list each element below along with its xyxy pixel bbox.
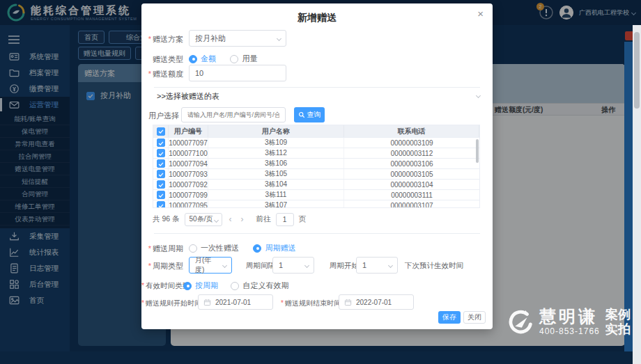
page-number-input[interactable] xyxy=(276,213,294,226)
type-field-label: 赠送类型 xyxy=(141,54,183,65)
user-id-cell: 1000077092 xyxy=(169,180,208,189)
user-phone-cell: 00000003104 xyxy=(344,180,479,189)
amount-input-wrap xyxy=(189,65,286,81)
user-id-cell: 1000077100 xyxy=(169,148,208,158)
amount-field-label: *赠送额度 xyxy=(141,69,183,79)
start-day-select[interactable]: 1 xyxy=(356,257,398,274)
search-icon xyxy=(298,111,305,118)
cycle-field-label: *赠送周期 xyxy=(141,244,183,254)
scrollbar-thumb[interactable] xyxy=(634,32,640,109)
radio-one-time[interactable] xyxy=(189,244,197,253)
watermark-phone: 400-853-1766 xyxy=(539,326,600,336)
user-id-cell: 1000077097 xyxy=(169,138,208,148)
close-icon[interactable]: × xyxy=(477,8,484,19)
user-phone-cell: 00000003107 xyxy=(344,200,479,207)
row-checkbox[interactable] xyxy=(157,191,165,199)
radio-amount[interactable] xyxy=(189,55,197,63)
column-user-id: 用户编号 xyxy=(169,125,208,137)
total-count: 共 96 条 xyxy=(153,214,180,224)
app-root: 能耗综合管理系统 ENERGY CONSUMPTION MANAGEMENT S… xyxy=(0,0,641,364)
pagination: 共 96 条 50条/页 ‹ › 前往 页 xyxy=(153,212,306,226)
chevron-down-icon xyxy=(213,217,218,222)
user-id-cell: 1000077094 xyxy=(169,159,208,168)
interval-select[interactable]: 1 xyxy=(272,257,314,274)
user-name-cell: 3栋107 xyxy=(208,200,344,207)
chevron-down-icon xyxy=(277,36,281,41)
table-scrollbar-thumb[interactable] xyxy=(476,139,479,163)
user-table-header: 用户编号 用户名称 联系电话 xyxy=(153,125,479,138)
column-user-name: 用户名称 xyxy=(208,125,344,137)
cycle-radio-group: 一次性赠送 周期赠送 xyxy=(189,242,295,254)
prev-page-button[interactable]: ‹ xyxy=(227,214,234,224)
table-row[interactable]: 10000770953栋10700000003107 xyxy=(153,200,479,207)
watermark: 慧明谦 400-853-1766 案例 实拍 xyxy=(503,306,631,338)
calendar-icon xyxy=(344,299,352,306)
plan-field-label: *赠送方案 xyxy=(141,34,183,45)
user-table-body: 10000770973栋1090000000310910000771003栋11… xyxy=(153,138,479,207)
row-checkbox[interactable] xyxy=(157,201,165,207)
watermark-brand: 慧明谦 xyxy=(539,308,600,325)
rule-start-label: *赠送规则开始时间 xyxy=(141,299,196,308)
modal-title: 新增赠送 xyxy=(141,12,493,24)
user-phone-cell: 00000003106 xyxy=(344,159,479,168)
row-checkbox[interactable] xyxy=(157,170,165,178)
gift-type-radio-group: 金额 用量 xyxy=(189,52,257,65)
plan-select[interactable]: 按月补助 xyxy=(189,30,286,47)
user-name-cell: 3栋105 xyxy=(208,169,344,179)
row-checkbox[interactable] xyxy=(157,149,165,157)
user-phone-cell: 00000003105 xyxy=(344,169,479,179)
user-phone-cell: 00000003111 xyxy=(344,190,479,200)
user-table: 用户编号 用户名称 联系电话 10000770973栋1090000000310… xyxy=(153,125,480,208)
chevron-down-icon xyxy=(222,263,227,268)
row-checkbox[interactable] xyxy=(157,139,165,147)
add-gift-modal: 新增赠送 × *赠送方案 按月补助 赠送类型 金额 用量 *赠送额度 >>选择被… xyxy=(141,3,493,329)
watermark-tag: 案例 实拍 xyxy=(605,308,631,337)
user-select-label: 用户选择 xyxy=(141,111,179,121)
table-row[interactable]: 10000770923栋10400000003104 xyxy=(153,180,479,190)
user-name-cell: 3栋112 xyxy=(208,148,344,158)
column-user-phone: 联系电话 xyxy=(344,125,479,137)
table-row[interactable]: 10000771003栋11200000003112 xyxy=(153,148,479,159)
user-search-wrap xyxy=(181,107,286,122)
row-checkbox[interactable] xyxy=(157,180,165,189)
window-scrollbar[interactable] xyxy=(633,25,641,364)
rule-end-date-picker[interactable]: 2022-07-01 xyxy=(339,294,414,310)
amount-input[interactable] xyxy=(195,69,280,77)
user-name-cell: 3栋106 xyxy=(208,159,344,168)
rule-start-date-picker[interactable]: 2021-07-01 xyxy=(198,294,273,310)
user-id-cell: 1000077099 xyxy=(169,190,208,200)
period-type-select[interactable]: 月(年度) xyxy=(189,257,232,274)
user-id-cell: 1000077093 xyxy=(169,169,208,179)
search-button[interactable]: 查询 xyxy=(294,107,325,122)
section-collapse-icon[interactable] xyxy=(476,93,481,98)
user-search-input[interactable] xyxy=(187,111,279,118)
page-size-select[interactable]: 50条/页 xyxy=(185,213,222,226)
row-checkbox[interactable] xyxy=(157,159,165,168)
rule-end-label: *赠送规则结束时间 xyxy=(281,299,337,308)
radio-custom-validity[interactable] xyxy=(231,282,239,290)
user-phone-cell: 00000003112 xyxy=(344,148,479,158)
close-button[interactable]: 关闭 xyxy=(463,311,486,324)
user-name-cell: 3栋109 xyxy=(208,138,344,148)
table-row[interactable]: 10000770943栋10600000003106 xyxy=(153,159,479,169)
save-button[interactable]: 保存 xyxy=(438,311,461,324)
app-scrollbar[interactable] xyxy=(624,42,633,351)
page-unit: 页 xyxy=(299,214,307,224)
watermark-logo-icon xyxy=(503,306,535,338)
goto-label: 前往 xyxy=(256,214,271,224)
next-effect-label: 下次预计生效时间 xyxy=(405,261,463,271)
validity-field-label: *有效时间类型 xyxy=(141,281,180,291)
select-meter-section-label: >>选择被赠送的表 xyxy=(157,91,219,102)
next-page-button[interactable]: › xyxy=(239,214,246,224)
calendar-icon xyxy=(203,299,211,306)
chevron-down-icon xyxy=(388,263,393,268)
radio-periodic[interactable] xyxy=(253,244,261,253)
table-row[interactable]: 10000770933栋10500000003105 xyxy=(153,169,479,180)
table-row[interactable]: 10000770973栋10900000003109 xyxy=(153,138,479,148)
table-row[interactable]: 10000770993栋11100000003111 xyxy=(153,190,479,200)
select-all-checkbox[interactable] xyxy=(157,127,165,136)
user-name-cell: 3栋104 xyxy=(208,180,344,189)
radio-usage[interactable] xyxy=(230,55,238,63)
radio-by-period[interactable] xyxy=(183,282,192,290)
user-name-cell: 3栋111 xyxy=(208,190,344,200)
